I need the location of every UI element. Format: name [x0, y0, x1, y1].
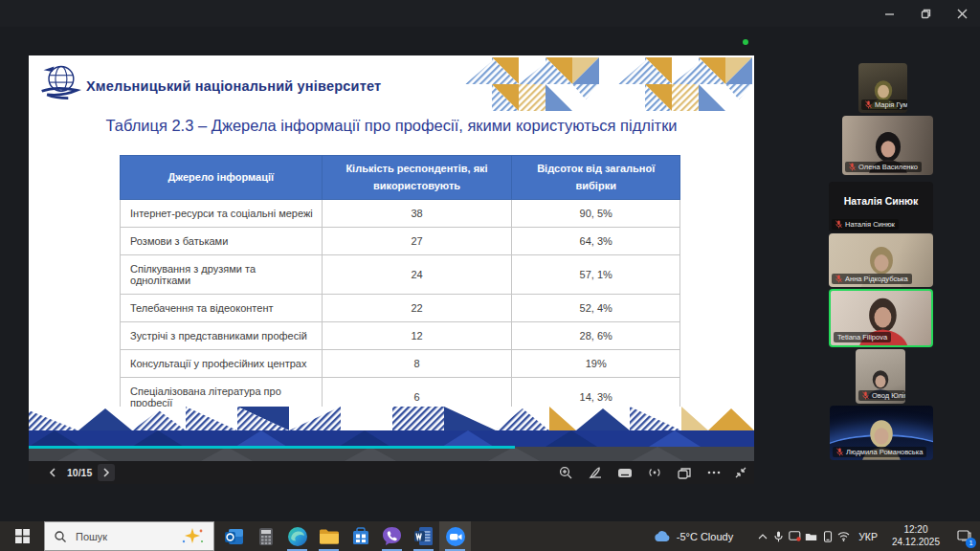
cell-count: 8: [322, 350, 512, 378]
notification-center-button[interactable]: 1: [947, 521, 980, 551]
app-viber[interactable]: [376, 521, 408, 551]
minimize-button[interactable]: [871, 0, 907, 27]
cloud-icon: [654, 530, 671, 542]
cell-count: 12: [322, 322, 512, 350]
search-icon: [55, 531, 66, 542]
participant-tile[interactable]: Анна Рідкодубська: [829, 233, 933, 287]
participant-tile[interactable]: Олена Василенко: [842, 116, 933, 175]
tray-folder-icon[interactable]: [803, 521, 819, 551]
app-zoom[interactable]: [439, 521, 471, 551]
participant-tile[interactable]: Овод Юлія: [856, 349, 905, 404]
slide-decor-bottom: [29, 407, 754, 461]
app-microsoft-store[interactable]: [345, 521, 376, 551]
participant-name: Овод Юлія: [872, 391, 905, 400]
presentation-progress-line: [29, 446, 515, 449]
slide-decor-top: [465, 57, 754, 111]
touchpad-icon: [617, 467, 633, 478]
taskbar-search[interactable]: [44, 521, 214, 551]
annotate-button[interactable]: [588, 465, 603, 480]
cell-source: Зустрічі з представниками професій: [121, 322, 323, 350]
more-button[interactable]: [706, 465, 722, 480]
next-page-button[interactable]: [98, 464, 115, 481]
app-file-explorer[interactable]: [313, 521, 345, 551]
zoom-icon: [445, 526, 466, 547]
university-name: Хмельницький національний університет: [86, 78, 381, 94]
collapse-icon: [735, 467, 746, 478]
language-indicator[interactable]: УКР: [852, 531, 884, 542]
weather-text: -5°C Cloudy: [677, 531, 733, 542]
viber-icon: [382, 526, 402, 546]
tray-microphone-icon[interactable]: [770, 521, 787, 551]
taskbar-clock[interactable]: 12:20 24.12.2025: [884, 524, 947, 548]
restore-button[interactable]: [907, 0, 944, 27]
tray-expand-button[interactable]: [754, 521, 770, 551]
university-logo-icon: [38, 61, 82, 105]
remote-control-button[interactable]: [617, 465, 633, 480]
zoom-in-icon: [559, 466, 572, 479]
microphone-icon: [774, 531, 783, 542]
table-header: Відсоток від загальної вибірки: [512, 156, 680, 200]
share-toolbar: 10/15: [29, 461, 754, 484]
folder-icon: [805, 532, 817, 541]
live-broadcast-button[interactable]: [647, 465, 662, 480]
outlook-icon: [224, 526, 245, 547]
system-tray: -5°C Cloudy УКР 12:20 24.1: [654, 521, 980, 551]
participant-tile[interactable]: Наталія Синюк Наталія Синюк: [829, 182, 933, 232]
slide-title: Таблиця 2.3 – Джерела інформації про про…: [29, 117, 754, 135]
edge-icon: [287, 526, 308, 547]
close-button[interactable]: [944, 0, 980, 27]
tray-network-icon[interactable]: [835, 521, 852, 551]
taskbar: -5°C Cloudy УКР 12:20 24.1: [0, 521, 980, 551]
app-outlook[interactable]: [218, 521, 250, 551]
participant-name: Марія Гуменюк: [875, 100, 907, 109]
windows-layers-button[interactable]: [677, 465, 692, 480]
cell-count: 38: [322, 200, 512, 228]
broadcast-icon: [647, 467, 662, 478]
word-icon: [413, 526, 434, 546]
participant-name: Олена Василенко: [858, 163, 918, 171]
pen-icon: [589, 466, 602, 479]
layers-icon: [678, 467, 691, 479]
participant-tile[interactable]: Людмила Романовська: [830, 406, 933, 460]
app-calculator[interactable]: [250, 521, 281, 551]
cell-source: Консультації у професійних центрах: [121, 350, 323, 378]
participant-name: Людмила Романовська: [846, 448, 923, 456]
clock-time: 12:20: [892, 524, 940, 537]
table-row: Консультації у професійних центрах 8 19%: [121, 350, 680, 378]
tray-device-icon[interactable]: [819, 521, 835, 551]
prev-page-button[interactable]: [44, 464, 61, 481]
camera-off-name: Наталія Синюк: [829, 195, 933, 207]
search-highlights-icon: [181, 527, 206, 546]
taskbar-apps: [218, 521, 471, 551]
participant-tile-active-speaker[interactable]: Tetiana Filipova: [829, 289, 933, 347]
muted-mic-icon: [849, 163, 856, 171]
tray-message-icon[interactable]: [787, 521, 803, 551]
table-row: Зустрічі з представниками професій 12 28…: [121, 322, 680, 350]
zoom-in-button[interactable]: [558, 465, 573, 480]
phone-icon: [823, 531, 833, 542]
page-indicator: 10/15: [67, 467, 92, 478]
search-input[interactable]: [74, 530, 169, 543]
participant-tile[interactable]: Марія Гуменюк: [858, 63, 907, 113]
app-word[interactable]: [408, 521, 439, 551]
cell-percent: 64, 3%: [512, 228, 680, 255]
muted-mic-icon: [865, 100, 872, 109]
cell-count: 24: [322, 255, 512, 295]
table-header-row: Джерело інформації Кількість респонденті…: [121, 156, 680, 200]
taskbar-weather[interactable]: -5°C Cloudy: [654, 530, 733, 542]
chevron-up-icon: [758, 534, 768, 540]
close-icon: [957, 9, 968, 19]
shared-slide: Хмельницький національний університет: [29, 55, 754, 461]
cell-percent: 90, 5%: [512, 200, 680, 228]
table-row: Інтернет-ресурси та соціальні мережі 38 …: [121, 200, 680, 228]
data-table: Джерело інформації Кількість респонденті…: [120, 155, 680, 417]
collapse-toolbar-button[interactable]: [733, 465, 748, 480]
cell-count: 27: [322, 228, 512, 255]
cell-source: Розмови з батьками: [121, 228, 323, 255]
cell-percent: 28, 6%: [512, 322, 680, 350]
cell-count: 22: [322, 295, 512, 322]
participant-name: Наталія Синюк: [845, 220, 895, 229]
start-button[interactable]: [0, 521, 44, 551]
app-edge[interactable]: [281, 521, 313, 551]
notification-badge: 1: [966, 538, 976, 548]
